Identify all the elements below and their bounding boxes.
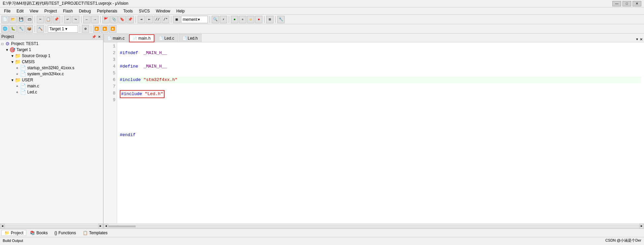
functions-tab-label: Functions bbox=[59, 231, 76, 235]
project-icon: ⚙ bbox=[5, 41, 10, 46]
open-file-button[interactable]: 📂 bbox=[9, 16, 17, 23]
tabs-arrow-down[interactable]: ▾ bbox=[636, 36, 638, 42]
menu-view[interactable]: View bbox=[27, 8, 41, 14]
new-file-button[interactable]: 📄 bbox=[1, 16, 9, 23]
cmsis-label: CMSIS bbox=[22, 59, 35, 64]
tree-item-led-c[interactable]: + 📄 Led.c bbox=[0, 89, 103, 95]
panel-close-button[interactable]: ✕ bbox=[97, 34, 102, 39]
sep-8 bbox=[229, 16, 229, 23]
menu-edit[interactable]: Edit bbox=[14, 8, 26, 14]
tree-item-target1[interactable]: ▼ 🎯 Target 1 bbox=[0, 47, 103, 53]
bottom-tab-books[interactable]: 📚 Books bbox=[27, 230, 50, 236]
unindent-button[interactable]: ⇤ bbox=[146, 16, 153, 23]
target-dropdown[interactable]: Target 1 ▾ bbox=[48, 25, 78, 33]
menu-project[interactable]: Project bbox=[42, 8, 60, 14]
options-button[interactable]: 🔧 bbox=[277, 16, 285, 23]
bookmark2-button[interactable]: 📎 bbox=[110, 16, 118, 23]
format1-button[interactable]: // bbox=[154, 16, 161, 23]
bookmark-button[interactable]: 🚩 bbox=[102, 16, 110, 23]
build-button[interactable]: 🔨 bbox=[37, 25, 44, 33]
search2-button[interactable]: ⚡ bbox=[220, 16, 227, 23]
panel-scroll-right[interactable]: ▶ bbox=[98, 224, 103, 229]
tab-led-c[interactable]: 📄 Led.c bbox=[155, 34, 178, 42]
save-button[interactable]: 💾 bbox=[17, 16, 25, 23]
code-line-2: #define _MAIN_H__ bbox=[120, 63, 641, 70]
bottom-tab-functions[interactable]: {} Functions bbox=[51, 230, 79, 236]
undo-button[interactable]: ↩ bbox=[64, 16, 71, 23]
save-all-button[interactable]: 🗃 bbox=[26, 16, 33, 23]
line-num-5: 5 bbox=[105, 70, 115, 77]
close-button[interactable]: ✕ bbox=[633, 1, 641, 6]
tree-item-main-c[interactable]: + 📄 main.c bbox=[0, 83, 103, 89]
menu-debug[interactable]: Debug bbox=[76, 8, 94, 14]
bookmark4-button[interactable]: 📌 bbox=[127, 16, 134, 23]
panel-scrollbar[interactable]: ◀ ▶ bbox=[0, 223, 103, 228]
window-btn[interactable]: ⊞ bbox=[266, 16, 274, 23]
tabs-close[interactable]: ✕ bbox=[640, 36, 643, 42]
bottom-tabs: 📁 Project 📚 Books {} Functions 📋 Templat… bbox=[1, 230, 110, 236]
nav-fwd-button[interactable]: → bbox=[91, 16, 99, 23]
bottom-tab-templates[interactable]: 📋 Templates bbox=[80, 230, 111, 236]
sep-3 bbox=[81, 16, 81, 23]
project-env-button[interactable]: 🌐 bbox=[1, 25, 9, 33]
editor-scrollbar[interactable]: ◀ ▶ bbox=[104, 223, 644, 228]
toolbar-2: 🌐 🐛 🔧 📦 🔨 Target 1 ▾ ⚙ 🔼 🔼 🔼 bbox=[0, 24, 644, 34]
stop-button[interactable]: ● bbox=[239, 16, 246, 23]
reset-button[interactable]: ↺ bbox=[247, 16, 254, 23]
bottom-panel: 📁 Project 📚 Books {} Functions 📋 Templat… bbox=[0, 228, 644, 237]
toggle-main-c: + bbox=[16, 84, 20, 88]
tree-item-startup[interactable]: + 📄 startup_stm32f40_41xxx.s bbox=[0, 65, 103, 71]
paste-button[interactable]: 📌 bbox=[53, 16, 60, 23]
menu-flash[interactable]: Flash bbox=[60, 8, 75, 14]
redo-button[interactable]: ↪ bbox=[72, 16, 79, 23]
menu-tools[interactable]: Tools bbox=[121, 8, 136, 14]
tab-main-c[interactable]: 📄 main.c bbox=[104, 34, 128, 42]
insert-button[interactable]: ▦ bbox=[173, 16, 180, 23]
editor-scroll-right[interactable]: ▶ bbox=[639, 224, 644, 229]
run-button[interactable]: ● bbox=[231, 16, 238, 23]
tab-main-h[interactable]: 📄 main.h bbox=[129, 34, 154, 42]
format2-button[interactable]: /* bbox=[162, 16, 169, 23]
nav-back-button[interactable]: ← bbox=[83, 16, 91, 23]
indent-button[interactable]: ⇥ bbox=[138, 16, 145, 23]
editor-scroll-thumb[interactable] bbox=[109, 226, 136, 228]
pack-button[interactable]: 📦 bbox=[26, 25, 33, 33]
menu-svcs[interactable]: SVCS bbox=[136, 8, 153, 14]
tree-item-source-group[interactable]: ▼ 📁 Source Group 1 bbox=[0, 53, 103, 59]
tab-led-h[interactable]: 📄 Led.h bbox=[179, 34, 202, 42]
code-editor[interactable]: #ifndef _MAIN_H__ #define _MAIN_H__ #inc… bbox=[117, 42, 644, 223]
user-label: USER bbox=[22, 78, 33, 82]
menu-peripherals[interactable]: Peripherals bbox=[94, 8, 120, 14]
search-button[interactable]: 🔍 bbox=[212, 16, 219, 23]
bottom-tab-project[interactable]: 📁 Project bbox=[1, 230, 26, 236]
panel-scroll-left[interactable]: ◀ bbox=[0, 224, 5, 229]
bookmark3-button[interactable]: 🔖 bbox=[118, 16, 126, 23]
snippet-dropdown[interactable]: mement ▾ bbox=[181, 16, 208, 23]
pin-button[interactable]: 📌 bbox=[92, 34, 96, 39]
window-controls[interactable]: — □ ✕ bbox=[612, 1, 641, 6]
tree-item-project[interactable]: □ ⚙ Project: TEST1 bbox=[0, 41, 103, 47]
project-tree: □ ⚙ Project: TEST1 ▼ 🎯 Target 1 ▼ 📁 Sour… bbox=[0, 40, 103, 223]
project-label: Project: TEST1 bbox=[11, 41, 38, 46]
manage-btn1[interactable]: 🔼 bbox=[93, 25, 100, 33]
tree-item-user[interactable]: ▼ 📁 USER bbox=[0, 77, 103, 83]
more-button[interactable]: ● bbox=[255, 16, 262, 23]
copy-button[interactable]: 📋 bbox=[45, 16, 52, 23]
debug2-button[interactable]: 🐛 bbox=[9, 25, 17, 33]
manage-btn2[interactable]: 🔼 bbox=[101, 25, 108, 33]
user-icon: 📁 bbox=[15, 77, 21, 83]
manage-btn3[interactable]: 🔼 bbox=[109, 25, 116, 33]
editor-scroll-left[interactable]: ◀ bbox=[104, 224, 108, 229]
target-name: Target 1 bbox=[49, 27, 64, 31]
opt-for-target-button[interactable]: ⚙ bbox=[82, 25, 89, 33]
menu-file[interactable]: File bbox=[1, 8, 13, 14]
target-options-button[interactable]: 🔧 bbox=[17, 25, 25, 33]
toggle-user: ▼ bbox=[11, 78, 15, 82]
menu-help[interactable]: Help bbox=[174, 8, 187, 14]
tree-item-cmsis[interactable]: ▼ 📁 CMSIS bbox=[0, 59, 103, 65]
minimize-button[interactable]: — bbox=[612, 1, 621, 6]
maximize-button[interactable]: □ bbox=[622, 1, 631, 6]
tree-item-system[interactable]: + 📄 system_stm32f4xx.c bbox=[0, 71, 103, 77]
cut-button[interactable]: ✂ bbox=[37, 16, 44, 23]
menu-window[interactable]: Window bbox=[153, 8, 173, 14]
